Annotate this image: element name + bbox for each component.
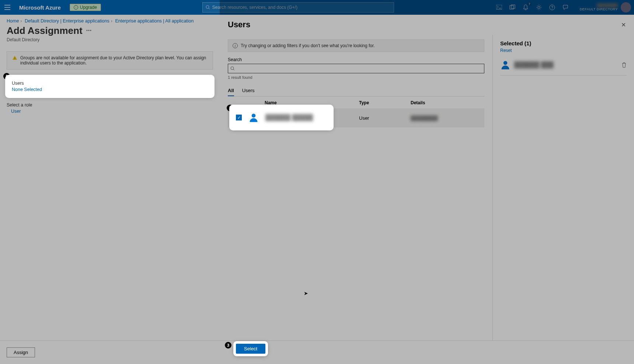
warning-icon: ! [12,55,17,60]
row-name: ██████ █████ [265,114,313,121]
account-directory: DEFAULT DIRECTORY [580,7,618,11]
svg-point-10 [252,114,256,118]
row-type: User [359,115,411,121]
upgrade-button[interactable]: ↑ Upgrade [70,4,101,11]
select-button[interactable]: Select [236,344,265,354]
svg-point-4 [538,6,540,8]
azure-topbar: Microsoft Azure ↑ Upgrade 7 ? ████████ D… [0,0,634,15]
crumb-default-directory[interactable]: Default Directory | Enterprise applicati… [25,18,109,24]
role-selector-card[interactable]: Select a role User [7,99,213,118]
info-banner: i Try changing or adding filters if you … [228,39,484,52]
selected-title: Selected (1) [500,40,627,46]
row-details: ████████ [411,115,484,121]
avatar [621,2,631,13]
user-icon [500,60,511,70]
settings-icon[interactable] [536,4,542,11]
assign-button[interactable]: Assign [7,347,35,357]
crumb-home[interactable]: Home [7,18,19,24]
search-icon [206,5,210,10]
page-body: Home› Default Directory | Enterprise app… [0,15,220,364]
selected-user-name: ██████ ███ [514,62,553,68]
notification-count: 7 [527,2,532,6]
users-blade: Users ✕ i Try changing or adding filters… [220,15,634,364]
remove-icon[interactable] [621,62,627,68]
account-menu[interactable]: ████████ DEFAULT DIRECTORY [580,2,631,13]
tab-users[interactable]: Users [242,85,255,96]
upgrade-icon: ↑ [74,5,78,10]
svg-point-8 [231,67,234,70]
users-card-label: Users [12,81,208,86]
breadcrumb: Home› Default Directory | Enterprise app… [0,15,220,24]
brand-label: Microsoft Azure [19,4,61,11]
selected-user: ██████ ███ [500,58,627,76]
col-details: Details [411,100,484,105]
upgrade-label: Upgrade [80,5,97,10]
global-search-input[interactable] [212,5,391,10]
help-icon[interactable]: ? [549,4,555,11]
global-search[interactable] [202,2,394,13]
row-highlight: ✓ ██████ █████ [231,106,332,129]
select-highlight: Select [234,342,267,355]
reset-link[interactable]: Reset [500,48,627,53]
svg-point-11 [504,61,508,65]
info-text: Try changing or adding filters if you do… [241,43,375,48]
search-label: Search [228,57,484,62]
svg-text:?: ? [551,6,553,10]
more-icon[interactable]: ··· [86,27,92,35]
search-icon [230,66,235,71]
svg-point-0 [206,6,209,8]
selected-pane: Selected (1) Reset ██████ ███ [492,35,634,340]
role-card-value: User [7,109,209,114]
blade-title: Users [228,20,250,29]
result-tabs: All Users [228,85,484,97]
users-selector-card[interactable]: Users None Selected [7,76,213,97]
col-type: Type [359,100,411,105]
cloud-shell-icon[interactable] [496,4,502,11]
topbar-actions: 7 ? [496,4,569,11]
step-3-badge: 3 [225,342,231,349]
warning-banner: ! Groups are not available for assignmen… [7,51,213,70]
role-card-label: Select a role [7,102,209,108]
row-checkbox[interactable]: ✓ [236,115,242,120]
feedback-icon[interactable] [562,4,569,11]
menu-icon[interactable] [3,3,12,12]
notifications-icon[interactable]: 7 [522,4,529,11]
tab-all[interactable]: All [228,85,234,96]
page-title: Add Assignment··· [7,25,213,36]
svg-rect-1 [496,5,502,9]
crumb-enterprise-apps[interactable]: Enterprise applications | All applicatio… [115,18,194,24]
svg-text:!: ! [14,57,15,60]
result-count: 1 result found [228,75,484,80]
user-search-input[interactable] [235,66,482,71]
info-icon: i [233,43,238,48]
account-name: ████████ [580,3,618,7]
user-icon [248,112,259,123]
close-icon[interactable]: ✕ [621,21,626,28]
col-name: Name [265,100,359,105]
user-search[interactable] [228,64,484,73]
page-subtitle: Default Directory [7,37,213,42]
users-card-value: None Selected [12,87,208,92]
directories-icon[interactable] [509,4,516,11]
warning-text: Groups are not available for assignment … [20,55,208,66]
